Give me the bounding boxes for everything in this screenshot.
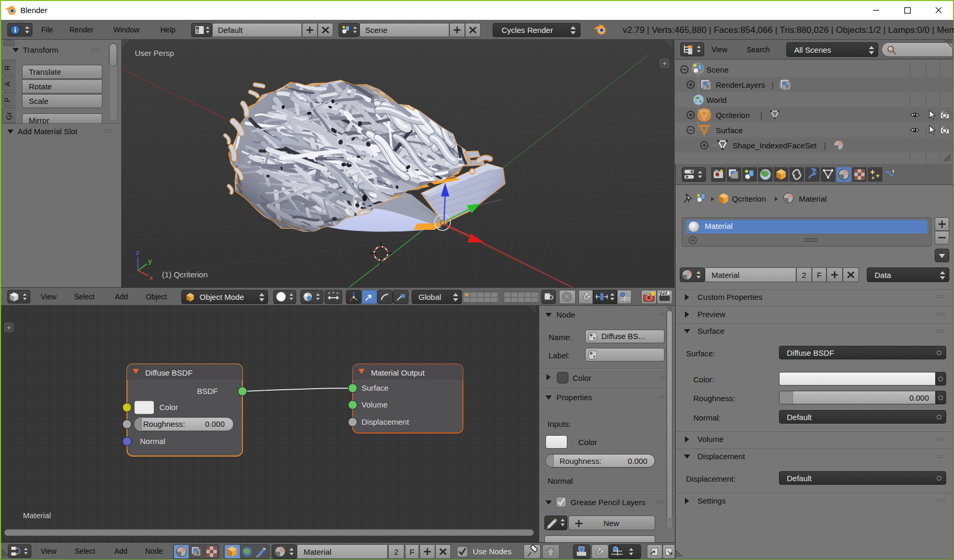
svg-text:Surface: Surface: [362, 383, 389, 392]
svg-text:Scene: Scene: [706, 65, 729, 74]
svg-text:i: i: [14, 26, 16, 34]
svg-text:Qcriterion: Qcriterion: [716, 111, 750, 120]
svg-text:|: |: [824, 141, 826, 150]
svg-text:Roughness:: Roughness:: [143, 419, 185, 428]
svg-text:Normal: Normal: [140, 437, 165, 446]
svg-text:z: z: [136, 249, 139, 256]
svg-text:Volume: Volume: [362, 400, 388, 409]
svg-text:Shape_IndexedFaceSet: Shape_IndexedFaceSet: [732, 141, 817, 150]
svg-text:Material: Material: [799, 194, 827, 203]
svg-text:|: |: [772, 80, 774, 89]
svg-text:RenderLayers: RenderLayers: [716, 80, 765, 89]
svg-text:BSDF: BSDF: [197, 387, 218, 395]
svg-text:|: |: [760, 111, 762, 120]
svg-text:y: y: [148, 257, 152, 265]
svg-text:Color: Color: [159, 403, 178, 412]
svg-text:0.000: 0.000: [205, 419, 225, 428]
svg-text:Surface: Surface: [716, 126, 743, 135]
svg-text:Displacement: Displacement: [362, 417, 410, 426]
svg-text:Material Output: Material Output: [371, 368, 425, 377]
svg-text:Diffuse BSDF: Diffuse BSDF: [145, 368, 193, 377]
svg-text:x: x: [149, 274, 153, 282]
svg-text:World: World: [706, 96, 727, 104]
svg-text:Qcriterion: Qcriterion: [732, 194, 766, 203]
